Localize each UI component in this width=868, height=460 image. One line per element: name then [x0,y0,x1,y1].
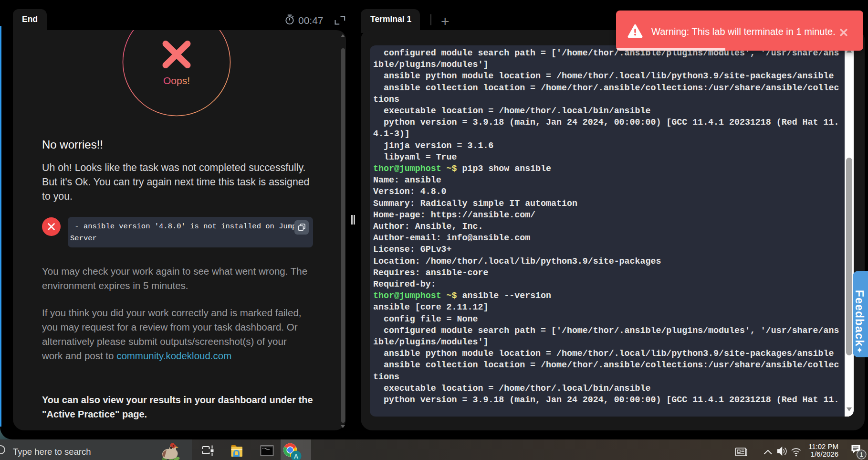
svg-text:1: 1 [860,451,863,458]
svg-text:A: A [294,453,299,460]
